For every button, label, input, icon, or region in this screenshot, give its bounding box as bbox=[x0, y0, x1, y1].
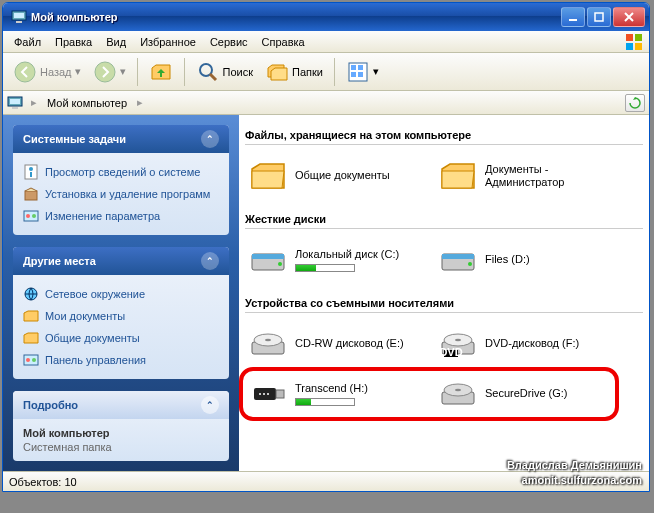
svg-rect-3 bbox=[569, 19, 577, 21]
item-label: Документы - Администратор bbox=[485, 163, 613, 189]
drive-item[interactable]: SecureDrive (G:) bbox=[435, 371, 615, 417]
cd-icon bbox=[247, 323, 289, 365]
forward-button[interactable]: ▾ bbox=[89, 58, 130, 86]
section-header: Устройства со съемными носителями bbox=[245, 297, 643, 313]
folders-button[interactable]: Папки bbox=[261, 58, 327, 86]
main-content: Файлы, хранящиеся на этом компьютере Общ… bbox=[239, 115, 649, 471]
place-network[interactable]: Сетевое окружение bbox=[23, 283, 219, 305]
item-label: DVD-дисковод (F:) bbox=[485, 337, 579, 350]
svg-point-40 bbox=[265, 339, 271, 342]
status-object-count: Объектов: 10 bbox=[9, 476, 77, 488]
windows-flag-icon bbox=[623, 31, 645, 53]
task-change-setting[interactable]: Изменение параметра bbox=[23, 205, 219, 227]
section-header: Жесткие диски bbox=[245, 213, 643, 229]
svg-rect-36 bbox=[442, 254, 474, 259]
svg-rect-1 bbox=[14, 13, 24, 18]
refresh-button[interactable] bbox=[625, 94, 645, 112]
svg-point-50 bbox=[267, 393, 269, 395]
item-label: Transcend (H:) bbox=[295, 382, 368, 395]
panel-header[interactable]: Системные задачи ⌃ bbox=[13, 125, 229, 153]
breadcrumb-item[interactable]: Мой компьютер bbox=[45, 97, 129, 109]
svg-point-43 bbox=[455, 339, 461, 342]
details-name: Мой компьютер bbox=[23, 427, 219, 439]
toolbar: Назад ▾ ▾ Поиск Папки ▾ bbox=[3, 53, 649, 91]
svg-rect-20 bbox=[12, 107, 18, 109]
svg-point-26 bbox=[26, 214, 30, 218]
drive-item[interactable]: Общие документы bbox=[245, 153, 425, 199]
folder-up-icon bbox=[149, 60, 173, 84]
place-my-documents[interactable]: Мои документы bbox=[23, 305, 219, 327]
menu-tools[interactable]: Сервис bbox=[203, 34, 255, 50]
section-removable: CD-RW дисковод (E:)DVDDVD-дисковод (F:)T… bbox=[245, 321, 643, 417]
menu-favorites[interactable]: Избранное bbox=[133, 34, 203, 50]
close-button[interactable] bbox=[613, 7, 645, 27]
panel-header[interactable]: Другие места ⌃ bbox=[13, 247, 229, 275]
refresh-icon bbox=[629, 97, 641, 109]
folder-icon bbox=[437, 155, 479, 197]
drive-item[interactable]: Files (D:) bbox=[435, 237, 615, 283]
svg-rect-15 bbox=[358, 65, 363, 70]
svg-rect-24 bbox=[25, 191, 37, 200]
titlebar[interactable]: Мой компьютер bbox=[3, 3, 649, 31]
task-system-info[interactable]: Просмотр сведений о системе bbox=[23, 161, 219, 183]
drive-item[interactable]: Transcend (H:) bbox=[245, 371, 425, 417]
svg-point-10 bbox=[95, 62, 115, 82]
breadcrumb-sep: ▸ bbox=[27, 96, 41, 109]
section-hdd: Локальный диск (C:)Files (D:) bbox=[245, 237, 643, 283]
task-add-remove[interactable]: Установка и удаление программ bbox=[23, 183, 219, 205]
capacity-bar bbox=[295, 398, 355, 406]
minimize-button[interactable] bbox=[561, 7, 585, 27]
drive-item[interactable]: Документы - Администратор bbox=[435, 153, 615, 199]
drive-item[interactable]: Локальный диск (C:) bbox=[245, 237, 425, 283]
item-label: CD-RW дисковод (E:) bbox=[295, 337, 404, 350]
folder-icon bbox=[23, 330, 39, 346]
svg-line-12 bbox=[210, 74, 216, 80]
info-icon bbox=[23, 164, 39, 180]
dvd-icon: DVD bbox=[437, 323, 479, 365]
folder-icon bbox=[247, 155, 289, 197]
control-panel-icon bbox=[23, 208, 39, 224]
drive-item[interactable]: CD-RW дисковод (E:) bbox=[245, 321, 425, 367]
up-button[interactable] bbox=[145, 58, 177, 86]
views-button[interactable]: ▾ bbox=[342, 58, 383, 86]
maximize-button[interactable] bbox=[587, 7, 611, 27]
svg-point-31 bbox=[32, 358, 36, 362]
dropdown-icon: ▾ bbox=[75, 65, 81, 78]
place-control-panel[interactable]: Панель управления bbox=[23, 349, 219, 371]
views-icon bbox=[346, 60, 370, 84]
hdd-icon bbox=[247, 239, 289, 281]
capacity-bar bbox=[295, 264, 355, 272]
window-title: Мой компьютер bbox=[31, 11, 561, 23]
svg-point-22 bbox=[29, 167, 33, 171]
svg-rect-7 bbox=[626, 43, 633, 50]
dropdown-icon: ▾ bbox=[120, 65, 126, 78]
panel-header[interactable]: Подробно ⌃ bbox=[13, 391, 229, 419]
menu-edit[interactable]: Правка bbox=[48, 34, 99, 50]
computer-icon bbox=[11, 9, 27, 25]
svg-rect-17 bbox=[358, 72, 363, 77]
computer-icon bbox=[7, 95, 23, 111]
item-label: Files (D:) bbox=[485, 253, 530, 266]
svg-rect-5 bbox=[626, 34, 633, 41]
folder-icon bbox=[23, 308, 39, 324]
menu-view[interactable]: Вид bbox=[99, 34, 133, 50]
svg-rect-4 bbox=[595, 13, 603, 21]
svg-point-53 bbox=[455, 389, 461, 392]
svg-rect-47 bbox=[276, 390, 284, 398]
menu-help[interactable]: Справка bbox=[255, 34, 312, 50]
statusbar: Объектов: 10 bbox=[3, 471, 649, 491]
menubar: Файл Правка Вид Избранное Сервис Справка bbox=[3, 31, 649, 53]
folders-icon bbox=[265, 60, 289, 84]
hdd-icon bbox=[437, 239, 479, 281]
tasks-sidebar: Системные задачи ⌃ Просмотр сведений о с… bbox=[3, 115, 239, 471]
drive-item[interactable]: DVDDVD-дисковод (F:) bbox=[435, 321, 615, 367]
details-type: Системная папка bbox=[23, 441, 219, 453]
place-shared-documents[interactable]: Общие документы bbox=[23, 327, 219, 349]
svg-point-48 bbox=[259, 393, 261, 395]
svg-point-30 bbox=[26, 358, 30, 362]
svg-text:DVD: DVD bbox=[439, 346, 462, 358]
panel-system-tasks: Системные задачи ⌃ Просмотр сведений о с… bbox=[13, 125, 229, 235]
menu-file[interactable]: Файл bbox=[7, 34, 48, 50]
search-button[interactable]: Поиск bbox=[192, 58, 257, 86]
back-button[interactable]: Назад ▾ bbox=[9, 58, 85, 86]
